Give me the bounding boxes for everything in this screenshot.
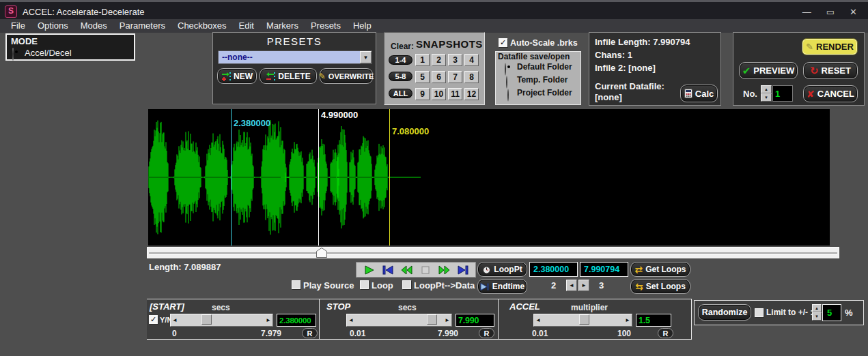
snapshot-clear-all-button[interactable]: ALL bbox=[388, 88, 413, 99]
randomize-box: Randomize ✓ Limit to +/- : ▲ ▼ 5 % bbox=[694, 300, 864, 325]
slider-right-arrow-icon[interactable]: ► bbox=[624, 314, 632, 326]
snapshots-panel: Clear: SNAPSHOTS 1-4 5-8 ALL 1 2 3 4 5 6… bbox=[384, 32, 485, 105]
get-loops-button[interactable]: ⇄ Get Loops bbox=[630, 262, 690, 277]
spinner-down-icon[interactable]: ▼ bbox=[812, 312, 822, 321]
stop-param-section: STOP secs ◄ ► 7.990 0.01 7.990 R bbox=[320, 299, 498, 339]
loop-start-field[interactable]: 2.380000 bbox=[529, 262, 578, 277]
looppt-data-checkbox[interactable]: ✓ bbox=[402, 280, 411, 289]
accel-reset-button[interactable]: R bbox=[658, 328, 673, 338]
project-folder-label: Project Folder bbox=[517, 88, 572, 98]
default-folder-label: Default Folder bbox=[517, 62, 572, 72]
waveform-scrollbar[interactable] bbox=[147, 247, 839, 258]
accel-slider[interactable]: ◄ ► bbox=[533, 314, 632, 327]
set-loops-button[interactable]: ⇆ Set Loops bbox=[630, 279, 690, 294]
limit-value-field[interactable]: 5 bbox=[822, 304, 841, 321]
start-value-field[interactable]: 2.380000 bbox=[277, 314, 316, 327]
maximize-button[interactable]: ▭ bbox=[826, 7, 835, 17]
snapshot-slot-10[interactable]: 10 bbox=[432, 88, 446, 100]
limit-checkbox[interactable]: ✓ bbox=[755, 308, 764, 317]
preset-overwrite-button[interactable]: ✎ OVERWRITE bbox=[320, 68, 373, 84]
endtime-button[interactable]: Endtime bbox=[477, 279, 527, 294]
stop-value-field[interactable]: 7.990 bbox=[456, 314, 494, 327]
accel-value-field[interactable]: 1.5 bbox=[636, 314, 671, 327]
radio-default-folder[interactable] bbox=[505, 63, 506, 76]
preview-button[interactable]: ✔ PREVIEW bbox=[739, 62, 798, 79]
snapshot-clear-1-4-button[interactable]: 1-4 bbox=[388, 55, 413, 65]
menu-options[interactable]: Options bbox=[31, 19, 74, 33]
snapshot-clear-5-8-button[interactable]: 5-8 bbox=[388, 71, 413, 82]
snapshot-slot-7[interactable]: 7 bbox=[448, 71, 462, 83]
preset-dropdown[interactable]: --none-- ▼ bbox=[218, 50, 372, 64]
menu-markers[interactable]: Markers bbox=[260, 19, 305, 33]
loop-step-forward-button[interactable]: ► bbox=[578, 280, 589, 291]
stop-icon bbox=[421, 265, 430, 275]
snapshot-slot-4[interactable]: 4 bbox=[464, 54, 479, 66]
menu-file[interactable]: File bbox=[5, 19, 31, 33]
slider-right-arrow-icon[interactable]: ► bbox=[443, 314, 451, 326]
menu-presets[interactable]: Presets bbox=[305, 19, 347, 33]
slider-right-arrow-icon[interactable]: ► bbox=[264, 314, 272, 326]
start-yn-checkbox[interactable]: ✓ bbox=[149, 315, 158, 324]
start-slider[interactable]: ◄ ► bbox=[170, 314, 273, 327]
mode-radio[interactable] bbox=[12, 48, 14, 61]
snapshot-slot-6[interactable]: 6 bbox=[432, 71, 446, 83]
start-slider-thumb[interactable] bbox=[201, 314, 212, 325]
reset-button[interactable]: ↻ RESET bbox=[803, 62, 858, 79]
autoscale-checkbox[interactable]: ✓ bbox=[499, 38, 507, 47]
close-button[interactable]: ✕ bbox=[850, 7, 857, 17]
dropdown-arrow-icon[interactable]: ▼ bbox=[360, 51, 372, 63]
limit-label: Limit to +/- : bbox=[766, 308, 813, 317]
skip-start-button[interactable] bbox=[381, 265, 395, 276]
endtime-icon bbox=[480, 282, 490, 291]
loop-checkbox[interactable]: ✓ bbox=[360, 280, 369, 289]
play-button[interactable] bbox=[362, 265, 376, 276]
accel-slider-thumb[interactable] bbox=[579, 314, 589, 325]
slider-left-arrow-icon[interactable]: ◄ bbox=[347, 314, 355, 326]
loop-end-field[interactable]: 7.990794 bbox=[580, 262, 628, 277]
spinner-up-icon[interactable]: ▲ bbox=[812, 304, 822, 312]
start-reset-button[interactable]: R bbox=[302, 328, 318, 338]
skip-end-button[interactable] bbox=[456, 265, 470, 276]
snapshot-slot-11[interactable]: 11 bbox=[448, 88, 462, 100]
skip-start-icon bbox=[382, 265, 393, 275]
menu-edit[interactable]: Edit bbox=[233, 19, 260, 33]
snapshot-slot-1[interactable]: 1 bbox=[415, 54, 430, 66]
snapshot-slot-2[interactable]: 2 bbox=[432, 54, 446, 66]
slider-left-arrow-icon[interactable]: ◄ bbox=[171, 314, 179, 326]
menu-help[interactable]: Help bbox=[347, 19, 378, 33]
render-button[interactable]: ✎ RENDER bbox=[802, 38, 858, 55]
slider-left-arrow-icon[interactable]: ◄ bbox=[534, 314, 542, 326]
stop-slider[interactable]: ◄ ► bbox=[346, 314, 452, 327]
calc-button[interactable]: Calc bbox=[680, 85, 718, 102]
play-source-checkbox[interactable]: ✓ bbox=[292, 280, 300, 289]
start-max-label: 7.979 bbox=[249, 329, 281, 338]
menu-checkboxes[interactable]: Checkboxes bbox=[171, 19, 233, 33]
stop-slider-thumb[interactable] bbox=[427, 314, 437, 325]
spinner-up-icon[interactable]: ▲ bbox=[761, 85, 772, 93]
cancel-button[interactable]: ✘ CANCEL bbox=[803, 85, 858, 102]
snapshot-slot-12[interactable]: 12 bbox=[464, 88, 479, 100]
preset-delete-button[interactable]: DELETE bbox=[260, 68, 317, 84]
stop-reset-button[interactable]: R bbox=[479, 328, 494, 338]
snapshot-slot-5[interactable]: 5 bbox=[415, 71, 430, 83]
fast-forward-button[interactable] bbox=[437, 265, 451, 276]
skip-end-icon bbox=[458, 265, 468, 275]
looppt-button[interactable]: LoopPt bbox=[477, 262, 527, 277]
menu-modes[interactable]: Modes bbox=[74, 19, 113, 33]
minimize-button[interactable]: — bbox=[802, 7, 811, 17]
loop-step-back-button[interactable]: ◄ bbox=[566, 280, 577, 291]
waveform-display[interactable]: 2.380000 4.990000 7.080000 bbox=[148, 109, 830, 246]
snapshot-slot-8[interactable]: 8 bbox=[464, 71, 479, 83]
radio-project-folder[interactable] bbox=[507, 89, 509, 102]
snapshot-slot-9[interactable]: 9 bbox=[415, 88, 430, 100]
menu-parameters[interactable]: Parameters bbox=[113, 19, 171, 33]
snapshot-slot-3[interactable]: 3 bbox=[448, 54, 462, 66]
spinner-down-icon[interactable]: ▼ bbox=[761, 93, 772, 102]
render-count-field[interactable]: 1 bbox=[772, 85, 793, 102]
rewind-button[interactable] bbox=[400, 265, 413, 276]
scrollbar-thumb[interactable] bbox=[316, 248, 327, 258]
radio-temp-folder[interactable] bbox=[506, 76, 507, 89]
randomize-button[interactable]: Randomize bbox=[698, 304, 751, 321]
preset-new-button[interactable]: NEW bbox=[217, 68, 257, 84]
stop-button[interactable] bbox=[419, 265, 432, 276]
